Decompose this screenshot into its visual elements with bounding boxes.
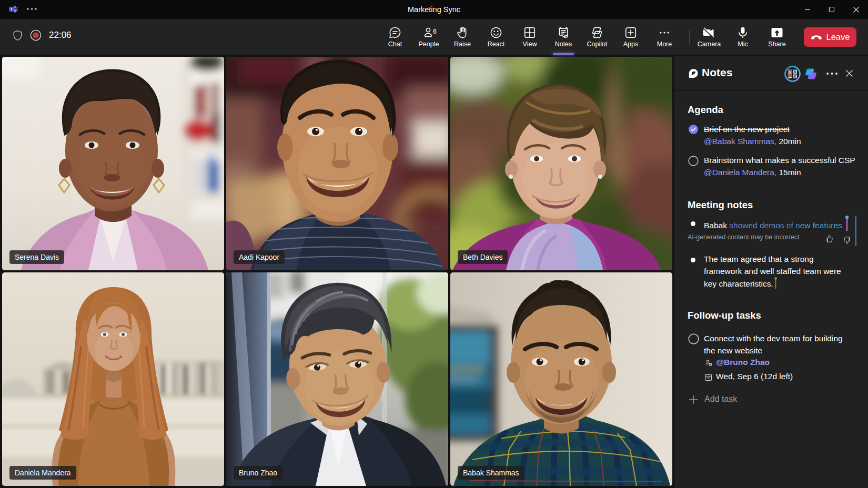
svg-text:B: B: [794, 70, 796, 74]
svg-text:K: K: [794, 75, 796, 78]
